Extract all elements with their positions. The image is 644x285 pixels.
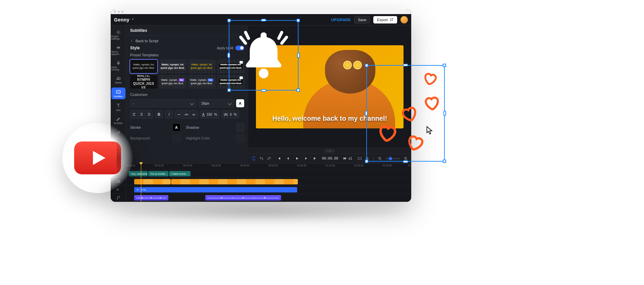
chevron-down-icon [328, 149, 331, 153]
align-center[interactable] [138, 110, 145, 118]
app-logo: Genny [114, 17, 135, 22]
svg-point-0 [118, 32, 119, 33]
font-size-select[interactable]: 16px [198, 99, 234, 107]
text-clip[interactable]: I'm so excite… [148, 171, 168, 176]
speed-selector[interactable]: x1 [343, 156, 352, 161]
hearts-overlay-selection[interactable] [366, 65, 445, 162]
cursor-icon [425, 125, 435, 135]
music-track-icon [116, 195, 120, 200]
svg-point-8 [259, 69, 269, 78]
export-icon [390, 18, 393, 21]
timeline[interactable]: 00:00.00 00:10.00 00:20.00 00:30.00 00:4… [111, 163, 411, 202]
tts-track[interactable]: TTS [126, 186, 411, 194]
mac-titlebar [111, 9, 411, 14]
gear-icon [116, 30, 121, 35]
video-clip[interactable] [171, 179, 298, 184]
speech-track-icon [116, 187, 120, 192]
template-upper[interactable]: WALTZ, NYMPH QUICK JIGS VE [130, 75, 157, 89]
preset-templates: Waltz, nymph, for quick jigs vex Bud. Wa… [130, 60, 244, 89]
rail-media[interactable]: Media [111, 74, 125, 86]
audio-clip[interactable] [134, 195, 168, 201]
tts-clip[interactable]: TTS [134, 187, 297, 192]
align-segment[interactable] [130, 110, 153, 119]
stroke-color[interactable]: A [172, 123, 180, 131]
rail-voice-cloning[interactable]: Voice Cloning [111, 59, 125, 72]
italic-button[interactable]: I [165, 110, 173, 118]
skip-end-icon[interactable] [313, 156, 317, 161]
skip-start-icon[interactable] [277, 156, 281, 161]
customize-label: Customize [130, 93, 244, 97]
svg-rect-2 [116, 91, 120, 93]
video-clip[interactable] [134, 179, 171, 184]
bold-button[interactable]: B [155, 110, 163, 118]
bell-icon [233, 25, 294, 86]
timecode: 00:00.00 [322, 157, 338, 160]
case-lower[interactable]: ab [190, 110, 198, 118]
user-avatar[interactable] [400, 16, 408, 23]
rail-subtitles[interactable]: Subtitles [111, 88, 125, 99]
template-hl-purple[interactable]: Waltz, nymph, for quick jigs vex Bud. [159, 75, 186, 89]
align-right[interactable] [145, 110, 153, 118]
soundwave-icon [136, 188, 140, 191]
align-left[interactable] [130, 110, 138, 118]
loop-icon[interactable] [252, 156, 256, 161]
text-icon [116, 103, 121, 108]
template-bold[interactable]: Waltz, nymph, for quick jigs vex Bud. [159, 60, 186, 73]
fit-icon[interactable] [358, 156, 362, 161]
letter-spacing-box[interactable]: |A|0% [221, 110, 239, 118]
case-none[interactable]: – [175, 110, 183, 118]
soundwave-icon [116, 45, 121, 50]
rail-project-settings[interactable]: Project Settings [111, 28, 125, 42]
bell-overlay-selection[interactable] [229, 20, 299, 91]
cc-icon [116, 89, 121, 95]
youtube-badge [62, 123, 133, 193]
template-hl-blue[interactable]: Waltz, nymph, for quick jigs vex Bud. [188, 75, 215, 89]
chevron-left-icon [130, 39, 133, 43]
cloud-icon [116, 76, 121, 81]
audio-track[interactable] [126, 194, 411, 202]
style-heading: Style [130, 46, 140, 50]
highlight-label: Highlight Color [186, 136, 234, 140]
prev-frame-icon[interactable] [286, 156, 290, 161]
undo-icon[interactable] [259, 156, 264, 161]
pen-icon [116, 117, 121, 121]
template-plain[interactable]: Waltz, nymph, for quick jigs vex Bud. [130, 60, 157, 73]
top-right-actions: UPGRADE Save Export [331, 16, 408, 23]
time-ruler[interactable]: 00:00.00 00:10.00 00:20.00 00:30.00 00:4… [126, 164, 411, 170]
playhead[interactable] [141, 164, 141, 202]
upgrade-link[interactable]: UPGRADE [331, 18, 351, 22]
shadow-color[interactable] [236, 123, 244, 131]
track-audio-header[interactable] [111, 194, 126, 202]
text-clip[interactable]: I have some… [169, 171, 191, 176]
text-track[interactable]: Hey, welcome I'm so excite… I have some… [126, 170, 411, 178]
back-to-script[interactable]: Back to Script [130, 39, 244, 43]
next-frame-icon[interactable] [304, 156, 308, 161]
bg-color[interactable] [172, 134, 180, 142]
fastforward-icon [343, 156, 347, 161]
rail-ai-writer[interactable]: AI Writer [111, 115, 125, 126]
export-button[interactable]: Export [373, 16, 397, 23]
case-segment[interactable]: – AB ab [175, 110, 198, 119]
redo-icon[interactable] [267, 156, 271, 161]
svg-rect-1 [118, 61, 119, 63]
highlight-color[interactable] [236, 134, 244, 142]
sparkle-icon [131, 18, 135, 22]
shadow-label: Shadow [186, 125, 234, 129]
text-color[interactable]: A [236, 99, 244, 107]
save-button[interactable]: Save [354, 16, 370, 23]
audio-clip[interactable] [205, 195, 281, 201]
template-yellow[interactable]: Waltz, nymph, for quick jigs vex Bud. [188, 60, 215, 73]
case-upper[interactable]: AB [183, 110, 190, 118]
font-family-select[interactable]: - [130, 99, 196, 107]
play-icon[interactable] [295, 156, 299, 161]
rail-text-to-speech[interactable]: Text to Speech [111, 44, 125, 57]
rail-text[interactable]: Text [111, 101, 125, 113]
presets-label: Preset Templates [130, 53, 244, 57]
stroke-label: Stroke [130, 125, 170, 129]
youtube-icon [74, 141, 121, 175]
video-track[interactable] [126, 178, 411, 186]
mic-icon [116, 61, 121, 65]
line-height-box[interactable]: A150% [200, 110, 219, 118]
svg-rect-3 [358, 157, 361, 160]
